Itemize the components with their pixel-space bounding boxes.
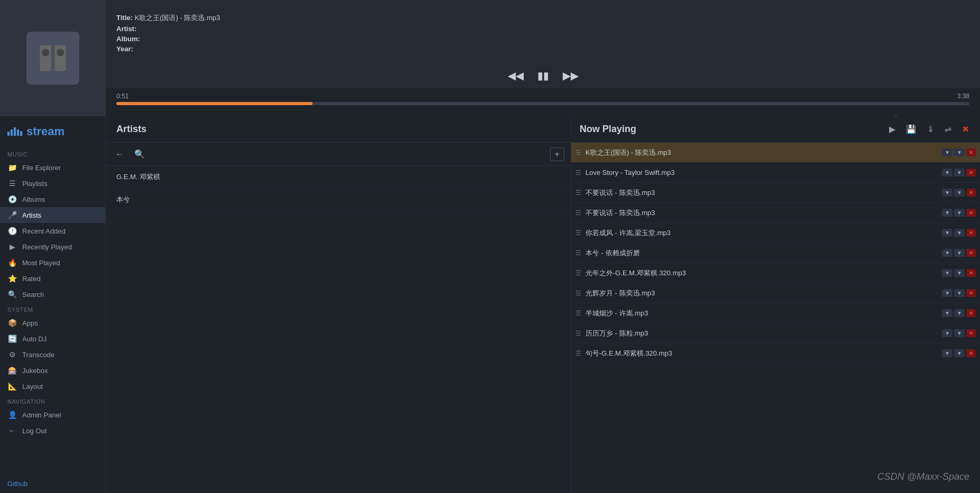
track-remove-button[interactable]: ✕: [966, 329, 976, 337]
now-playing-item[interactable]: ☰ 你若成风 - 许嵩,梁玉堂.mp3 ▼ ▼ ✕: [571, 223, 980, 243]
track-move-down-button[interactable]: ▼: [942, 349, 952, 357]
sidebar-item-recent-added[interactable]: 🕐 Recent Added: [0, 223, 105, 239]
sidebar-item-apps[interactable]: 📦 Apps: [0, 315, 105, 331]
now-playing-item[interactable]: ☰ 本兮 - 依赖成折磨 ▼ ▼ ✕: [571, 243, 980, 263]
now-playing-item[interactable]: ☰ Love Story - Taylor Swift.mp3 ▼ ▼ ✕: [571, 163, 980, 183]
now-playing-item[interactable]: ☰ 光年之外-G.E.M.邓紫棋.320.mp3 ▼ ▼ ✕: [571, 263, 980, 283]
np-share-button[interactable]: ⇌: [942, 123, 954, 136]
artists-panel-title: Artists: [116, 124, 146, 134]
track-remove-button[interactable]: ✕: [966, 249, 976, 257]
svg-rect-2: [42, 49, 49, 57]
sidebar-item-log-out[interactable]: ← Log Out: [0, 423, 105, 439]
track-remove-button[interactable]: ✕: [966, 309, 976, 317]
transcode-icon: ⚙: [7, 350, 17, 359]
now-playing-item[interactable]: ☰ 历历万乡 - 陈粒.mp3 ▼ ▼ ✕: [571, 323, 980, 343]
drag-handle-icon: ☰: [575, 350, 581, 357]
sidebar-item-auto-dj[interactable]: 🔄 Auto DJ: [0, 331, 105, 347]
sidebar-label-artists: Artists: [22, 211, 41, 219]
album-row: Album:: [116, 35, 969, 43]
artist-name: 本兮: [116, 196, 130, 203]
artists-panel-toolbar: ← 🔍 +: [106, 143, 571, 166]
track-remove-button[interactable]: ✕: [966, 189, 976, 197]
now-playing-item[interactable]: ☰ 不要说话 - 陈奕迅.mp3 ▼ ▼ ✕: [571, 183, 980, 203]
next-button[interactable]: ▶▶: [558, 67, 583, 84]
drag-handle-icon: ☰: [575, 149, 581, 156]
sidebar-item-transcode[interactable]: ⚙ Transcode: [0, 347, 105, 362]
track-move-down-button[interactable]: ▼: [942, 329, 952, 337]
apps-icon: 📦: [7, 319, 17, 327]
track-remove-button[interactable]: ✕: [966, 349, 976, 357]
github-link[interactable]: Github: [7, 480, 28, 488]
track-move-up-button[interactable]: ▼: [954, 349, 965, 357]
track-move-down-button[interactable]: ▼: [942, 209, 952, 217]
album-label: Album:: [116, 35, 140, 43]
artist-item[interactable]: G.E.M. 邓紫棋: [106, 166, 571, 189]
sidebar-item-jukebox[interactable]: 🎰 Jukebox: [0, 362, 105, 378]
sidebar-item-layout[interactable]: 📐 Layout: [0, 378, 105, 394]
sidebar-item-playlists[interactable]: ☰ Playlists: [0, 175, 105, 191]
track-remove-button[interactable]: ✕: [966, 229, 976, 237]
track-move-down-button[interactable]: ▼: [942, 269, 952, 277]
sidebar-item-albums[interactable]: 💿 Albums: [0, 191, 105, 207]
artist-item[interactable]: 本兮: [106, 189, 571, 211]
sidebar-item-admin-panel[interactable]: 👤 Admin Panel: [0, 407, 105, 423]
now-playing-item[interactable]: ☰ 句号-G.E.M.邓紫棋.320.mp3 ▼ ▼ ✕: [571, 343, 980, 364]
track-move-down-button[interactable]: ▼: [942, 148, 952, 156]
track-actions: ▼ ▼ ✕: [942, 189, 976, 197]
now-playing-header: Now Playing ▶ 💾 ⇓ ⇌ ✖: [571, 116, 980, 143]
sidebar-label-recent-added: Recent Added: [22, 227, 66, 235]
search-artists-button[interactable]: 🔍: [131, 147, 148, 161]
sidebar-item-recently-played[interactable]: ▶ Recently Played: [0, 239, 105, 255]
track-move-up-button[interactable]: ▼: [954, 189, 965, 197]
progress-bar[interactable]: [116, 102, 969, 105]
track-move-down-button[interactable]: ▼: [942, 249, 952, 257]
back-button[interactable]: ←: [112, 147, 127, 161]
now-playing-item[interactable]: ☰ 光辉岁月 - 陈奕迅.mp3 ▼ ▼ ✕: [571, 283, 980, 303]
track-remove-button[interactable]: ✕: [966, 209, 976, 217]
track-remove-button[interactable]: ✕: [966, 148, 976, 156]
track-move-down-button[interactable]: ▼: [942, 289, 952, 297]
np-add-to-playlist-button[interactable]: ▶: [886, 123, 898, 136]
track-move-down-button[interactable]: ▼: [942, 309, 952, 317]
drag-handle-icon: ☰: [575, 310, 581, 317]
sidebar-item-most-played[interactable]: 🔥 Most Played: [0, 255, 105, 271]
jukebox-icon: 🎰: [7, 366, 17, 375]
track-move-up-button[interactable]: ▼: [954, 289, 965, 297]
track-move-up-button[interactable]: ▼: [954, 169, 965, 176]
now-playing-item[interactable]: ☰ K歌之王(国语) - 陈奕迅.mp3 ▼ ▼ ✕: [571, 143, 980, 163]
sidebar-item-artists[interactable]: 🎤 Artists: [0, 207, 105, 223]
track-move-up-button[interactable]: ▼: [954, 249, 965, 257]
sidebar-item-rated[interactable]: ⭐ Rated: [0, 271, 105, 286]
track-remove-button[interactable]: ✕: [966, 269, 976, 277]
np-save-button[interactable]: 💾: [903, 123, 919, 136]
add-to-playlist-button[interactable]: +: [550, 147, 564, 161]
now-playing-item[interactable]: ☰ 半城烟沙 - 许嵩.mp3 ▼ ▼ ✕: [571, 303, 980, 323]
track-move-down-button[interactable]: ▼: [942, 229, 952, 237]
track-move-up-button[interactable]: ▼: [954, 148, 965, 156]
track-remove-button[interactable]: ✕: [966, 289, 976, 297]
sidebar-label-most-played: Most Played: [22, 259, 60, 267]
system-section-label: System: [0, 302, 105, 315]
sidebar-item-file-explorer[interactable]: 📁 File Explorer: [0, 160, 105, 175]
track-title: K歌之王(国语) - 陈奕迅.mp3: [134, 14, 220, 22]
track-move-up-button[interactable]: ▼: [954, 329, 965, 337]
np-download-button[interactable]: ⇓: [924, 123, 937, 136]
sidebar: stream Music 📁 File Explorer ☰ Playlists…: [0, 116, 106, 493]
track-move-up-button[interactable]: ▼: [954, 229, 965, 237]
pause-button[interactable]: ▮▮: [533, 67, 553, 84]
track-move-up-button[interactable]: ▼: [954, 209, 965, 217]
prev-button[interactable]: ◀◀: [503, 67, 528, 84]
sidebar-item-search[interactable]: 🔍 Search: [0, 286, 105, 302]
player-controls-area: Title: K歌之王(国语) - 陈奕迅.mp3 Artist: Album:…: [106, 0, 980, 116]
np-close-button[interactable]: ✖: [959, 123, 972, 136]
sidebar-label-admin-panel: Admin Panel: [22, 411, 61, 419]
now-playing-item[interactable]: ☰ 不要说话 - 陈奕迅.mp3 ▼ ▼ ✕: [571, 203, 980, 223]
track-move-down-button[interactable]: ▼: [942, 169, 952, 176]
track-title: 光辉岁月 - 陈奕迅.mp3: [585, 289, 942, 298]
track-remove-button[interactable]: ✕: [966, 169, 976, 176]
sidebar-label-playlists: Playlists: [22, 180, 48, 188]
track-move-up-button[interactable]: ▼: [954, 309, 965, 317]
album-art: [0, 0, 106, 116]
track-move-up-button[interactable]: ▼: [954, 269, 965, 277]
track-move-down-button[interactable]: ▼: [942, 189, 952, 197]
